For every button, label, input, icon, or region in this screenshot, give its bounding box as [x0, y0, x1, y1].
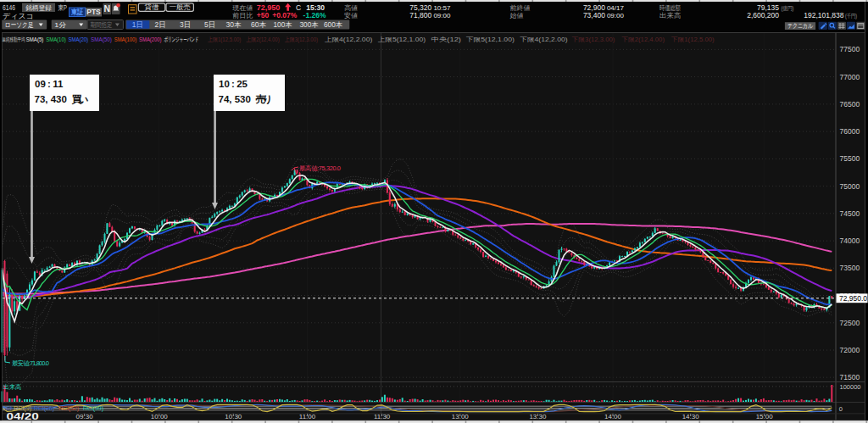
svg-text:300本: 300本 — [300, 20, 319, 29]
svg-text:10:30: 10:30 — [225, 413, 242, 420]
svg-text:上限1(12,5.00) 上限2(12,4.00) 上限3(: 上限1(12,5.00) 上限2(12,4.00) 上限3(12,3.00) — [208, 36, 318, 43]
svg-text:77000: 77000 — [840, 73, 860, 81]
svg-text:5日: 5日 — [204, 20, 215, 29]
svg-text:始値: 始値 — [510, 12, 524, 19]
svg-text:下限3(12,3.00) 下限2(12,4.00) 下限1(: 下限3(12,3.00) 下限2(12,4.00) 下限1(12,5.00) — [572, 36, 715, 43]
svg-text:600本: 600本 — [324, 20, 342, 29]
svg-text:71500: 71500 — [840, 373, 860, 381]
svg-text:貸借: 貸借 — [145, 3, 159, 11]
svg-text:安値: 安値 — [344, 12, 358, 19]
svg-text:74000: 74000 — [840, 237, 860, 245]
svg-text:11:30: 11:30 — [374, 413, 391, 420]
svg-text:11:00: 11:00 — [299, 413, 316, 420]
svg-text:09:30: 09:30 — [76, 413, 94, 420]
svg-text:09 : 11: 09 : 11 — [35, 79, 64, 89]
svg-text:テクニカル: テクニカル — [787, 22, 813, 30]
svg-text:71,800: 71,800 — [409, 11, 431, 19]
svg-text:77500: 77500 — [840, 45, 860, 53]
svg-text:中央(12): 中央(12) — [431, 36, 461, 43]
svg-text:SMA(10): SMA(10) — [46, 36, 66, 43]
svg-text:72,950.0: 72,950.0 — [839, 294, 867, 303]
svg-text:192,101,838: 192,101,838 — [804, 11, 844, 19]
svg-text:100本: 100本 — [274, 20, 292, 29]
svg-text:下限5(12,1.00): 下限5(12,1.00) — [466, 36, 515, 43]
svg-text:2,600,200: 2,600,200 — [747, 11, 779, 19]
svg-text:13:30: 13:30 — [529, 413, 547, 420]
svg-text:RCI(9): RCI(9) — [14, 405, 31, 412]
svg-text:10:57: 10:57 — [433, 4, 451, 12]
svg-text:30本: 30本 — [226, 20, 242, 29]
svg-text:10:00: 10:00 — [151, 413, 169, 420]
svg-text:+50: +50 — [257, 11, 270, 19]
svg-text:-1.26%: -1.26% — [303, 11, 326, 19]
svg-text:ローソク足: ローソク足 — [5, 21, 34, 29]
svg-text:09:00: 09:00 — [607, 12, 625, 19]
svg-text:72500: 72500 — [840, 319, 860, 327]
svg-text:前終値: 前終値 — [510, 4, 531, 12]
svg-text:N: N — [103, 3, 110, 14]
svg-text:73, 430 買い: 73, 430 買い — [35, 94, 89, 105]
svg-text:上限5(12,1.00): 上限5(12,1.00) — [378, 36, 426, 43]
svg-text:2日: 2日 — [155, 20, 166, 29]
svg-text:(千円): (千円) — [845, 13, 857, 19]
svg-text:上限4(12,2.00): 上限4(12,2.00) — [325, 36, 372, 43]
svg-text:RCI(52): RCI(52) — [58, 405, 79, 412]
svg-text:ボリンジャーバンド: ボリンジャーバンド — [164, 36, 198, 43]
svg-text:SMA(50): SMA(50) — [91, 36, 112, 43]
svg-text:SMA(200): SMA(200) — [139, 36, 162, 43]
svg-text:一般売: 一般売 — [170, 3, 191, 11]
svg-text:3日: 3日 — [180, 20, 191, 29]
svg-text:SMA(5): SMA(5) — [26, 36, 44, 43]
svg-text:14:30: 14:30 — [682, 413, 700, 420]
svg-text:RCI(26): RCI(26) — [34, 405, 54, 412]
svg-text:15:00: 15:00 — [756, 413, 774, 420]
svg-text:SMA(100): SMA(100) — [114, 36, 137, 43]
svg-text:出来高: 出来高 — [3, 383, 22, 391]
svg-text:76000: 76000 — [840, 127, 860, 136]
svg-text:04/20: 04/20 — [7, 412, 40, 421]
svg-text:74, 530 売り: 74, 530 売り — [219, 94, 273, 105]
svg-text:76500: 76500 — [840, 100, 860, 109]
svg-text:最安値:71,800.0: 最安値:71,800.0 — [12, 359, 49, 367]
svg-text:+0.07%: +0.07% — [272, 11, 298, 19]
svg-text:PTS: PTS — [86, 8, 101, 16]
svg-text:1分: 1分 — [54, 21, 66, 29]
svg-text:RCI(99): RCI(99) — [83, 405, 103, 412]
svg-text:銘柄登録: 銘柄登録 — [25, 4, 52, 12]
svg-text:09:00: 09:00 — [433, 12, 451, 19]
svg-text:東証: 東証 — [70, 8, 83, 16]
svg-text:下限4(12,2.00): 下限4(12,2.00) — [520, 36, 567, 43]
svg-text:73500: 73500 — [840, 264, 860, 272]
svg-text:(億円): (億円) — [782, 5, 794, 12]
svg-text:100000: 100000 — [840, 383, 861, 391]
svg-text:04/17: 04/17 — [607, 4, 625, 12]
svg-text:75000: 75000 — [840, 182, 860, 191]
svg-text:期間指定: 期間指定 — [91, 21, 113, 29]
svg-text:10 : 25: 10 : 25 — [219, 79, 248, 89]
svg-text:単純移動平均: 単純移動平均 — [3, 36, 25, 43]
svg-text:RCI: RCI — [2, 405, 12, 411]
svg-text:60本: 60本 — [251, 20, 266, 29]
svg-text:72000: 72000 — [840, 346, 860, 354]
svg-text:高値: 高値 — [344, 4, 358, 12]
svg-text:出来高: 出来高 — [659, 12, 681, 19]
svg-text:ディスコ: ディスコ — [3, 12, 34, 20]
svg-text:14:00: 14:00 — [604, 413, 622, 420]
svg-text:現在値: 現在値 — [232, 4, 253, 12]
svg-text:時価総額: 時価総額 — [659, 4, 681, 12]
svg-text:1日: 1日 — [132, 20, 143, 29]
svg-text:73,400: 73,400 — [583, 11, 605, 19]
svg-text:SMA(20): SMA(20) — [69, 36, 89, 43]
svg-text:75500: 75500 — [840, 154, 860, 163]
svg-text:東P: 東P — [58, 3, 68, 12]
svg-text:最高値:75,320.0: 最高値:75,320.0 — [299, 164, 341, 172]
svg-text:前日比: 前日比 — [232, 12, 253, 19]
svg-text:74500: 74500 — [840, 209, 860, 218]
svg-text:0: 0 — [839, 405, 843, 413]
svg-text:13:00: 13:00 — [452, 413, 470, 420]
